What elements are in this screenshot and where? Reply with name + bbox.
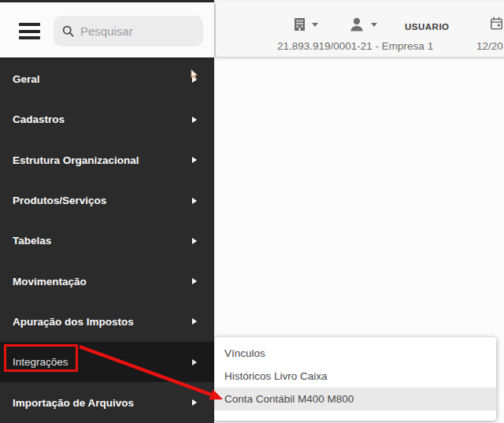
- sidebar-item-label: Importação de Arquivos: [13, 397, 134, 409]
- user-label[interactable]: USUARIO: [405, 22, 450, 32]
- company-selector[interactable]: 21.893.919/0001-21 - Empresa 1: [277, 40, 433, 52]
- sidebar-item-tabelas[interactable]: Tabelas: [0, 221, 214, 261]
- person-icon[interactable]: [350, 17, 364, 32]
- chevron-right-icon: [192, 399, 197, 406]
- sidebar-item-label: Cadastros: [13, 113, 65, 125]
- sidebar-item-label: Estrutura Organizacional: [13, 154, 139, 166]
- search-box[interactable]: [54, 16, 203, 46]
- app-window: USUARIO 21.893.919/0001-21 - Empresa 1 1…: [0, 0, 504, 423]
- building-icon[interactable]: [293, 17, 306, 32]
- chevron-right-icon: [192, 318, 197, 325]
- sidebar-item-integracoes[interactable]: Integrações: [0, 342, 214, 382]
- search-input[interactable]: [80, 24, 191, 38]
- sidebar-item-produtos-servicos[interactable]: Produtos/Serviços: [0, 180, 214, 221]
- sidebar-item-label: Tabelas: [13, 235, 51, 247]
- left-header: [0, 2, 214, 58]
- sidebar-item-apuracao-dos-impostos[interactable]: Apuração dos Impostos: [0, 302, 214, 342]
- top-header: USUARIO 21.893.919/0001-21 - Empresa 1 1…: [216, 2, 504, 57]
- calendar-icon[interactable]: [490, 17, 503, 31]
- chevron-right-icon: [192, 238, 197, 244]
- sidebar-item-importacao-de-arquivos[interactable]: Importação de Arquivos: [0, 382, 214, 422]
- chevron-right-icon: [192, 278, 197, 284]
- sidebar-menu: Geral Cadastros Estrutura Organizacional…: [0, 59, 214, 423]
- search-icon: [62, 25, 74, 37]
- chevron-right-icon: [192, 198, 197, 204]
- sidebar-item-label: Apuração dos Impostos: [13, 316, 134, 328]
- sidebar-item-cadastros[interactable]: Cadastros: [0, 99, 214, 139]
- sidebar-item-label: Integrações: [13, 356, 69, 368]
- sidebar-item-label: Geral: [13, 73, 40, 85]
- submenu-item-conta-contabil-m400-m800[interactable]: Conta Contábil M400 M800: [214, 388, 496, 410]
- chevron-right-icon: [192, 76, 197, 83]
- integracoes-submenu: Vínculos Históricos Livro Caixa Conta Co…: [214, 337, 496, 421]
- company-dropdown-caret-icon[interactable]: [312, 23, 318, 27]
- chevron-right-icon: [192, 359, 197, 365]
- sidebar-item-movimentacao[interactable]: Movimentação: [0, 261, 214, 301]
- chevron-right-icon: [192, 157, 197, 163]
- submenu-item-historicos-livro-caixa[interactable]: Históricos Livro Caixa: [214, 365, 496, 388]
- sidebar-item-label: Movimentação: [13, 276, 87, 288]
- sidebar-item-geral[interactable]: Geral: [0, 59, 214, 99]
- sidebar-item-estrutura-organizacional[interactable]: Estrutura Organizacional: [0, 140, 214, 180]
- hamburger-menu-icon[interactable]: [19, 23, 40, 39]
- submenu-item-vinculos[interactable]: Vínculos: [214, 342, 496, 365]
- sidebar-item-label: Produtos/Serviços: [13, 195, 106, 206]
- period-selector[interactable]: 12/20: [476, 40, 503, 52]
- user-dropdown-caret-icon[interactable]: [371, 23, 377, 27]
- chevron-right-icon: [192, 117, 197, 123]
